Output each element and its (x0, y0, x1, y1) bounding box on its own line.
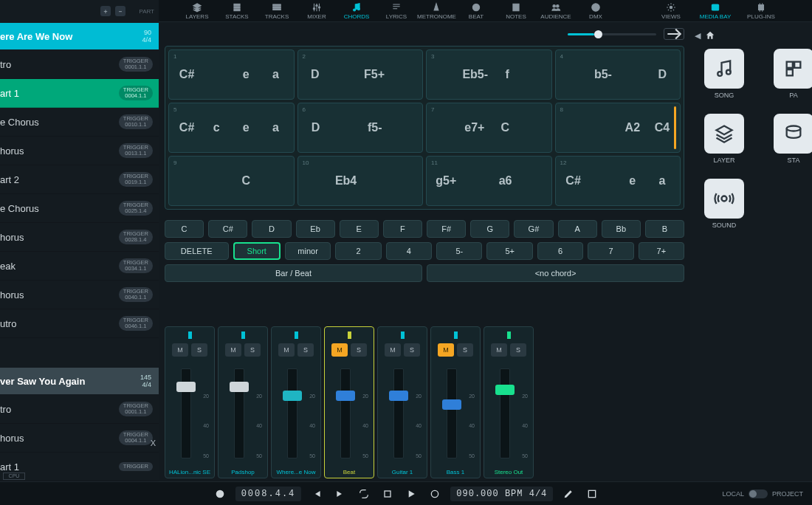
solo-button[interactable]: S (457, 343, 473, 357)
song-position[interactable]: 0008.4.4 (235, 487, 302, 501)
fader-handle[interactable] (495, 385, 515, 395)
marker-checkbox[interactable] (584, 486, 600, 502)
fader-handle[interactable] (442, 399, 461, 410)
root-bb[interactable]: Bb (602, 220, 641, 238)
mute-button[interactable]: M (225, 343, 241, 357)
media-tile-sound[interactable]: SOUND (695, 179, 754, 229)
nav-plug-ins[interactable]: PLUG-INS (742, 2, 780, 20)
edit-minor[interactable]: minor (285, 242, 331, 260)
zoom-slider[interactable] (568, 33, 656, 35)
part-row[interactable]: horus TRIGGER0004.1.1 (0, 424, 159, 453)
nav-lyrics[interactable]: LYRICS (377, 2, 416, 20)
root-csharp[interactable]: C# (208, 220, 247, 238)
mute-button[interactable]: M (331, 343, 348, 357)
media-tile-song[interactable]: SONG (695, 49, 754, 99)
mute-button[interactable]: M (278, 343, 295, 357)
solo-button[interactable]: S (510, 343, 526, 357)
nav-chords[interactable]: CHORDS (337, 2, 376, 20)
tempo-display[interactable]: 090.000 BPM 4/4 (450, 487, 553, 501)
chord-bar[interactable]: 9C (168, 156, 295, 206)
chord-bar[interactable]: 3Eb5-f (426, 49, 552, 100)
edit-7[interactable]: 7+ (639, 242, 684, 260)
edit-2[interactable]: 2 (335, 242, 381, 260)
root-c[interactable]: C (165, 220, 204, 238)
part-row[interactable]: e Chorus TRIGGER0010.1.1 (0, 108, 159, 137)
sidebar-remove-button[interactable]: － (115, 6, 125, 16)
root-f[interactable]: F (383, 220, 422, 238)
nav-stacks[interactable]: STACKS (218, 2, 256, 20)
solo-button[interactable]: S (244, 343, 261, 357)
part-row[interactable]: e Chorus TRIGGER0025.1.4 (0, 194, 159, 223)
mute-button[interactable]: M (491, 343, 507, 357)
root-a[interactable]: A (558, 220, 597, 238)
root-eb[interactable]: Eb (296, 220, 335, 238)
solo-button[interactable]: S (351, 343, 367, 357)
prev-marker-button[interactable] (309, 486, 325, 502)
root-gsharp[interactable]: G# (514, 220, 553, 238)
root-e[interactable]: E (340, 220, 379, 238)
nav-views[interactable]: VIEWS (652, 2, 690, 20)
fader-handle[interactable] (230, 382, 249, 392)
channel-strip[interactable]: M S 204050 Bass 1 (430, 326, 481, 478)
channel-strip[interactable]: M S 204050 Where...e Now (271, 326, 321, 478)
chord-bar[interactable]: 8A2C4 (555, 103, 681, 153)
edit-delete[interactable]: DELETE (165, 242, 229, 260)
part-row[interactable]: horus TRIGGER0040.1.1 (0, 281, 159, 309)
root-d[interactable]: D (252, 220, 291, 238)
next-marker-button[interactable] (332, 486, 348, 502)
edit-short[interactable]: Short (233, 242, 281, 260)
nav-notes[interactable]: NOTES (497, 2, 535, 20)
sidebar-add-button[interactable]: ＋ (100, 6, 111, 16)
solo-button[interactable]: S (297, 343, 314, 357)
edit-6[interactable]: 6 (537, 242, 583, 260)
edit-tempo-button[interactable] (560, 486, 577, 502)
edit-4[interactable]: 4 (386, 242, 432, 260)
record-button[interactable] (427, 486, 443, 502)
chord-bar[interactable]: 2DF5+ (297, 49, 424, 100)
no-chord-button[interactable]: <no chord> (427, 264, 684, 282)
part-row[interactable]: tro TRIGGER0001.1.1 (0, 50, 159, 79)
fader-handle[interactable] (389, 391, 408, 401)
root-fsharp[interactable]: F# (427, 220, 466, 238)
home-icon[interactable] (705, 30, 715, 41)
channel-strip[interactable]: M S 204050 Beat (324, 326, 374, 478)
local-project-switch[interactable] (749, 489, 768, 498)
nav-mixer[interactable]: MIXER (297, 2, 336, 20)
nav-audience[interactable]: AUDIENCE (537, 2, 575, 20)
metronome-toggle[interactable] (212, 486, 228, 502)
mute-button[interactable]: M (172, 343, 188, 357)
mute-button[interactable]: M (385, 343, 401, 357)
chord-bar[interactable]: 4b5-D (555, 49, 681, 100)
fader-handle[interactable] (283, 391, 302, 401)
part-row[interactable]: horus TRIGGER0013.1.1 (0, 137, 159, 165)
media-tile-pa[interactable]: PA (764, 49, 812, 99)
chord-bar[interactable]: 1C#ea (168, 49, 295, 100)
fader-handle[interactable] (336, 391, 355, 401)
part-row[interactable]: art 1 TRIGGER0004.1.1 (0, 79, 159, 108)
chord-bar[interactable]: 5C#cea (168, 103, 295, 153)
detach-button[interactable] (664, 28, 684, 40)
nav-media-bay[interactable]: MEDIA BAY (696, 2, 734, 20)
root-g[interactable]: G (470, 220, 509, 238)
nav-metronome[interactable]: METRONOME (417, 2, 455, 20)
song-header-2[interactable]: ver Saw You Again 145 4/4 (0, 368, 159, 394)
part-row[interactable]: horus TRIGGER0028.1.4 (0, 223, 159, 252)
media-tile-sta[interactable]: STA (764, 114, 812, 164)
edit-5[interactable]: 5- (436, 242, 482, 260)
mute-button[interactable]: M (438, 343, 454, 357)
solo-button[interactable]: S (404, 343, 420, 357)
back-icon[interactable]: ◀ (695, 31, 701, 41)
root-b[interactable]: B (645, 220, 684, 238)
nav-layers[interactable]: LAYERS (178, 2, 216, 20)
chord-bar[interactable]: 12C#ea (555, 156, 681, 206)
edit-5[interactable]: 5+ (486, 242, 532, 260)
solo-button[interactable]: S (191, 343, 207, 357)
fader-handle[interactable] (176, 382, 196, 392)
song-header[interactable]: ere Are We Now 90 4/4 (0, 23, 159, 49)
edit-7[interactable]: 7 (588, 242, 633, 260)
channel-strip[interactable]: M S 204050 Padshop (218, 326, 268, 478)
channel-strip[interactable]: M S 204050 Stereo Out (484, 326, 534, 478)
channel-strip[interactable]: M S 204050 HALion...nic SE (165, 326, 215, 478)
nav-tracks[interactable]: TRACKS (258, 2, 296, 20)
breadcrumb[interactable]: ◀ (695, 28, 808, 43)
